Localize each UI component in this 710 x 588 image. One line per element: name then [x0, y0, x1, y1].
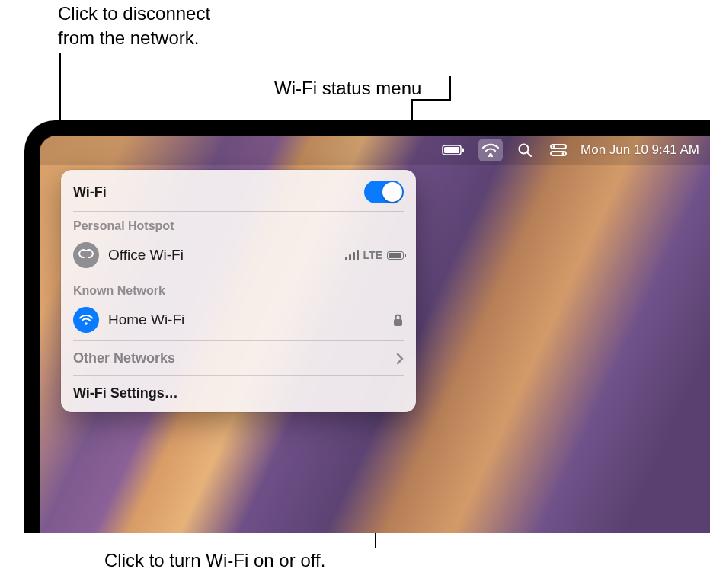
wifi-status-panel: Wi-Fi Personal Hotspot Office Wi-Fi LTE …: [61, 170, 416, 412]
section-label-hotspot: Personal Hotspot: [61, 212, 416, 238]
callout-disconnect: Click to disconnect from the network.: [58, 2, 248, 51]
leader-line: [411, 99, 451, 101]
callout-wifi-menu: Wi-Fi status menu: [274, 76, 503, 101]
svg-point-7: [553, 145, 555, 148]
svg-line-5: [528, 153, 532, 157]
laptop-bezel: Mon Jun 10 9:41 AM Wi-Fi Personal Hotspo…: [24, 120, 710, 533]
wifi-toggle[interactable]: [364, 181, 404, 203]
control-center-icon[interactable]: [547, 139, 570, 161]
svg-point-9: [562, 152, 564, 155]
known-network-name: Home Wi-Fi: [108, 312, 383, 328]
menu-bar: Mon Jun 10 9:41 AM: [40, 136, 710, 165]
battery-menu-icon[interactable]: [439, 139, 468, 161]
wifi-settings-row[interactable]: Wi-Fi Settings…: [61, 376, 416, 411]
svg-rect-11: [394, 319, 402, 326]
clock[interactable]: Mon Jun 10 9:41 AM: [580, 142, 699, 158]
svg-point-4: [520, 145, 529, 154]
svg-point-3: [489, 153, 492, 156]
desktop: Mon Jun 10 9:41 AM Wi-Fi Personal Hotspo…: [40, 136, 710, 533]
svg-rect-2: [462, 149, 465, 152]
svg-point-10: [85, 322, 88, 325]
other-networks-label: Other Networks: [73, 350, 175, 366]
hotspot-network-name: Office Wi-Fi: [108, 247, 336, 264]
lock-icon: [392, 313, 404, 327]
svg-rect-1: [444, 147, 459, 153]
wifi-menu-icon[interactable]: [478, 139, 503, 161]
hotspot-icon: [73, 242, 99, 268]
wifi-panel-title: Wi-Fi: [73, 184, 107, 200]
hotspot-status: LTE: [345, 249, 404, 261]
leader-line: [449, 76, 451, 99]
chevron-right-icon: [396, 353, 404, 365]
hotspot-battery-icon: [387, 251, 404, 260]
wifi-settings-label: Wi-Fi Settings…: [73, 385, 178, 401]
hotspot-network-row[interactable]: Office Wi-Fi LTE: [61, 238, 416, 276]
callout-toggle: Click to turn Wi-Fi on or off.: [104, 548, 379, 573]
carrier-label: LTE: [363, 249, 382, 261]
spotlight-icon[interactable]: [513, 139, 536, 161]
section-label-known: Known Network: [61, 276, 416, 302]
signal-bars-icon: [345, 250, 359, 260]
wifi-connected-icon: [73, 307, 99, 333]
other-networks-row[interactable]: Other Networks: [61, 341, 416, 375]
known-network-row[interactable]: Home Wi-Fi: [61, 302, 416, 340]
